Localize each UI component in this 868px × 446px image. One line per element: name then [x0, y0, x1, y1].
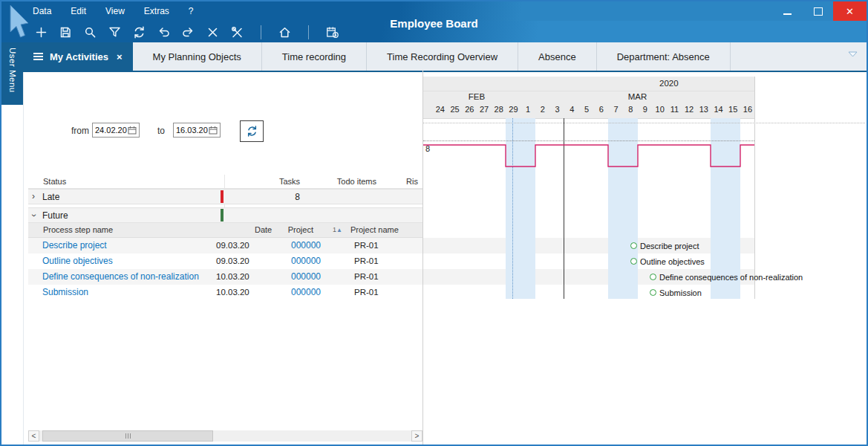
- tab-absence[interactable]: Absence: [518, 42, 597, 71]
- horizontal-scrollbar[interactable]: < >: [28, 430, 422, 442]
- calendar-icon[interactable]: [209, 126, 218, 135]
- save-icon[interactable]: [59, 25, 73, 39]
- search-icon[interactable]: [83, 25, 97, 39]
- maximize-button[interactable]: [803, 1, 833, 21]
- process-step-link[interactable]: Submission: [42, 287, 88, 297]
- group-label: Late: [42, 192, 59, 202]
- app-logo-cursor-icon: [7, 4, 30, 44]
- group-row-future[interactable]: › Future: [28, 207, 422, 223]
- status-bar-late: [221, 190, 223, 203]
- tab-close-icon[interactable]: ×: [117, 51, 123, 62]
- col-header-tasks[interactable]: Tasks: [254, 177, 300, 186]
- gantt-year-label: 2020: [659, 79, 679, 88]
- home-icon[interactable]: [278, 25, 292, 39]
- tab-label: Absence: [538, 51, 576, 62]
- date-cell: 09.03.20: [216, 241, 249, 250]
- refresh-icon[interactable]: [132, 25, 146, 39]
- menu-item-help[interactable]: ?: [189, 6, 194, 16]
- date-cell: 10.03.20: [216, 272, 249, 281]
- toolbar-separator: [261, 25, 261, 39]
- minimize-icon: [783, 13, 792, 15]
- tab-department-absence[interactable]: Department: Absence: [597, 42, 731, 71]
- tab-list-dropdown[interactable]: [848, 47, 858, 60]
- undo-icon[interactable]: [157, 25, 171, 39]
- menu-item-edit[interactable]: Edit: [71, 6, 86, 16]
- tab-label: Time recording: [282, 51, 346, 62]
- menu-item-data[interactable]: Data: [33, 6, 51, 16]
- delete-icon[interactable]: [206, 25, 220, 39]
- project-name-cell: PR-01: [354, 256, 379, 265]
- apply-date-range-button[interactable]: [240, 120, 264, 142]
- planning-calendar-icon[interactable]: [325, 25, 339, 39]
- to-date-field[interactable]: [173, 123, 221, 138]
- add-icon[interactable]: [34, 25, 48, 39]
- gantt-milestone[interactable]: Define consequences of non-realization: [650, 269, 803, 285]
- table-row[interactable]: Submission 10.03.20 000000 PR-01: [28, 285, 422, 300]
- tab-bar: My Activities × My Planning Objects Time…: [23, 42, 867, 72]
- process-step-link[interactable]: Outline objectives: [42, 256, 113, 266]
- chevron-down-icon[interactable]: ›: [29, 214, 39, 217]
- sort-indicator[interactable]: 1▲: [333, 226, 342, 233]
- scroll-right-button[interactable]: >: [411, 430, 422, 442]
- calendar-icon[interactable]: [128, 126, 137, 135]
- table-row[interactable]: Define consequences of non-realization 1…: [28, 269, 422, 285]
- chevron-down-icon: [849, 52, 857, 56]
- milestone-icon: [630, 258, 637, 265]
- gantt-month-mar: MAR: [521, 92, 754, 101]
- gantt-header-divider: [423, 91, 754, 91]
- gantt-month-feb: FEB: [433, 92, 521, 101]
- tab-label: Time Recording Overview: [387, 51, 497, 62]
- project-link[interactable]: 000000: [291, 240, 321, 251]
- project-link[interactable]: 000000: [291, 287, 321, 297]
- minimize-button[interactable]: [772, 1, 803, 21]
- hamburger-icon[interactable]: [33, 53, 43, 60]
- gantt-day-scale: 24252627282912345678910111213141516: [433, 105, 755, 114]
- tab-label: Department: Absence: [617, 51, 710, 62]
- gantt-milestone[interactable]: Outline objectives: [630, 253, 705, 269]
- col-header-process-step-name[interactable]: Process step name: [43, 225, 113, 234]
- maximize-icon: [814, 7, 823, 16]
- user-menu-tab[interactable]: User Menu: [1, 42, 23, 105]
- chevron-right-icon[interactable]: ›: [32, 191, 35, 201]
- project-link[interactable]: 000000: [291, 256, 321, 266]
- gantt-scale-end-line: [754, 77, 755, 299]
- scroll-left-button[interactable]: <: [28, 430, 39, 442]
- tab-my-planning-objects[interactable]: My Planning Objects: [133, 42, 262, 71]
- menu-item-view[interactable]: View: [105, 6, 125, 16]
- milestone-icon: [650, 289, 656, 296]
- tab-time-recording[interactable]: Time recording: [262, 42, 367, 71]
- milestone-icon: [650, 274, 656, 280]
- menu-item-extras[interactable]: Extras: [144, 6, 169, 16]
- milestone-label: Describe project: [640, 242, 699, 251]
- table-row[interactable]: Outline objectives 09.03.20 000000 PR-01: [28, 253, 422, 269]
- col-header-risk[interactable]: Ris: [406, 177, 418, 186]
- gantt-milestone[interactable]: Submission: [650, 285, 702, 300]
- col-header-status[interactable]: Status: [43, 177, 66, 186]
- gantt-milestone[interactable]: Describe project: [630, 238, 699, 253]
- group-row-late[interactable]: › Late 8: [28, 189, 422, 204]
- to-date-input[interactable]: [176, 126, 209, 135]
- col-header-todo-items[interactable]: Todo items: [317, 177, 376, 186]
- filter-icon[interactable]: [108, 25, 122, 39]
- tab-time-recording-overview[interactable]: Time Recording Overview: [367, 42, 518, 71]
- process-step-link[interactable]: Describe project: [42, 240, 107, 251]
- process-step-link[interactable]: Define consequences of non-realization: [42, 271, 199, 282]
- col-header-project[interactable]: Project: [269, 225, 313, 234]
- tab-my-activities[interactable]: My Activities ×: [23, 42, 133, 71]
- milestone-icon: [630, 242, 637, 249]
- from-label: from: [71, 126, 89, 136]
- project-name-cell: PR-01: [354, 288, 379, 297]
- group-tasks-count: 8: [254, 192, 300, 202]
- from-date-input[interactable]: [95, 126, 128, 135]
- scrollbar-thumb[interactable]: [42, 430, 213, 442]
- from-date-field[interactable]: [92, 123, 140, 138]
- redo-icon[interactable]: [181, 25, 195, 39]
- milestone-label: Define consequences of non-realization: [659, 273, 803, 282]
- project-link[interactable]: 000000: [291, 271, 321, 282]
- tools-icon[interactable]: [230, 25, 244, 39]
- user-menu-label: User Menu: [8, 42, 17, 105]
- col-header-project-name[interactable]: Project name: [350, 225, 399, 234]
- milestone-label: Submission: [659, 288, 702, 297]
- table-row[interactable]: Describe project 09.03.20 000000 PR-01: [28, 238, 422, 253]
- close-button[interactable]: ✕: [833, 1, 867, 21]
